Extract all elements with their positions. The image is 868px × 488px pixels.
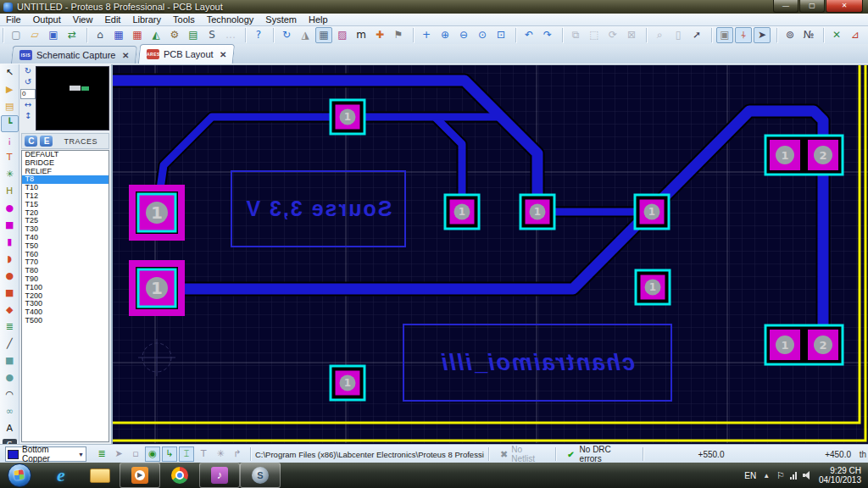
- 3d-visualizer-icon[interactable]: ◭: [147, 27, 164, 43]
- arc-2d-tool[interactable]: ◠: [1, 386, 19, 403]
- pad-pair[interactable]: [765, 136, 843, 175]
- taskbar-media-player[interactable]: ▶: [120, 463, 160, 488]
- tab-schematic-capture[interactable]: ISISSchematic Capture✕: [11, 46, 137, 64]
- taskbar-internet-explorer[interactable]: e: [42, 463, 81, 488]
- menu-technology[interactable]: Technology: [201, 14, 260, 25]
- edge-pad-tool[interactable]: ◗: [1, 251, 19, 268]
- trace-lock-icon[interactable]: ▣: [716, 27, 733, 43]
- pcb-canvas[interactable]: Sourse 3,3 Vchantraimoi_illi111111111212: [113, 65, 868, 443]
- via-tool[interactable]: ¡: [1, 132, 19, 149]
- zoom-all-icon[interactable]: ⊙: [474, 27, 491, 43]
- redraw-icon[interactable]: ↻: [278, 27, 295, 43]
- menu-file[interactable]: File: [0, 14, 27, 25]
- source-code-icon[interactable]: S: [203, 27, 220, 43]
- maximize-button[interactable]: ▢: [799, 0, 825, 13]
- route-mode-icon[interactable]: ↳: [162, 446, 177, 462]
- clock[interactable]: 9:29 CH 04/10/2013: [819, 466, 861, 485]
- pcb-editing-area[interactable]: Sourse 3,3 Vchantraimoi_illi111111111212: [113, 64, 868, 444]
- layer-selector[interactable]: Bottom Copper ▼: [5, 446, 86, 462]
- menu-edit[interactable]: Edit: [98, 14, 126, 25]
- ratsnest-mode-icon[interactable]: ✳: [213, 446, 228, 462]
- ratsnest-tool[interactable]: ✳: [1, 166, 19, 183]
- gerber-viewer-icon[interactable]: ⚙: [166, 27, 183, 43]
- rotation-angle-input[interactable]: 0: [20, 89, 36, 99]
- layer-stack-icon[interactable]: ≣: [94, 446, 109, 462]
- menu-help[interactable]: Help: [303, 14, 334, 25]
- tab-close-icon[interactable]: ✕: [121, 51, 128, 60]
- volume-icon[interactable]: [803, 471, 812, 480]
- silkscreen-label-mirrored[interactable]: chantraimoi_illi: [440, 350, 635, 375]
- import-icon[interactable]: ⇄: [64, 27, 81, 43]
- box-2d-tool[interactable]: ■: [1, 352, 19, 369]
- action-center-icon[interactable]: ⚐: [776, 470, 785, 481]
- poly-smd-pad-tool[interactable]: ◆: [1, 302, 19, 319]
- auto-route-icon[interactable]: ⍭: [735, 27, 752, 43]
- padstack-tool[interactable]: ≣: [1, 319, 19, 336]
- connectivity-tool[interactable]: H: [1, 183, 19, 200]
- silkscreen-label-mirrored[interactable]: Sourse 3,3 V: [244, 197, 392, 220]
- arrow-mode-icon[interactable]: ➤: [111, 446, 126, 462]
- layers-dialog-icon[interactable]: ◮: [297, 27, 314, 43]
- search-tag-icon[interactable]: ⌕: [651, 27, 668, 43]
- network-icon[interactable]: [790, 472, 798, 480]
- drc-status[interactable]: No DRC errors: [580, 445, 631, 463]
- menu-library[interactable]: Library: [126, 14, 167, 25]
- undo-icon[interactable]: ↶: [520, 27, 537, 43]
- circle-smd-pad-tool[interactable]: ●: [1, 268, 19, 285]
- tab-pcb-layout[interactable]: ARESPCB Layout✕: [138, 44, 236, 64]
- zoom-area-icon[interactable]: ⊡: [492, 27, 509, 43]
- annotate-icon[interactable]: №: [800, 27, 817, 43]
- menu-system[interactable]: System: [259, 14, 303, 25]
- branch-mode-icon[interactable]: ↱: [230, 446, 245, 462]
- open-folder-icon[interactable]: ▱: [26, 27, 43, 43]
- minimize-button[interactable]: —: [773, 0, 798, 13]
- goto-flag-icon[interactable]: ⚑: [390, 27, 407, 43]
- text-mode-icon[interactable]: T: [196, 446, 211, 462]
- trace-style-t500[interactable]: T500: [22, 317, 108, 325]
- show-hidden-icons[interactable]: ▲: [763, 472, 770, 480]
- block-delete-icon[interactable]: ⊠: [623, 27, 640, 43]
- mirror-vertical-icon[interactable]: ↕: [21, 111, 34, 122]
- netlist-transfer-icon[interactable]: ✕: [828, 27, 845, 43]
- zoom-in-icon[interactable]: ⊕: [437, 27, 453, 43]
- path-2d-tool[interactable]: ∞: [1, 403, 19, 420]
- search-icon[interactable]: ⊚: [782, 27, 798, 43]
- metric-icon[interactable]: m: [353, 27, 370, 43]
- square-pad-tool[interactable]: ■: [1, 217, 19, 234]
- component-tool[interactable]: ▶: [1, 81, 19, 98]
- save-icon[interactable]: ▣: [45, 27, 62, 43]
- pad-pair[interactable]: [765, 325, 843, 364]
- taskbar-proteus[interactable]: S: [240, 463, 281, 488]
- redo-icon[interactable]: ↷: [539, 27, 556, 43]
- route-select-icon[interactable]: ➤: [754, 27, 771, 43]
- tab-close-icon[interactable]: ✕: [220, 50, 226, 59]
- trace-tool[interactable]: ┗: [1, 115, 19, 132]
- home-icon[interactable]: ⌂: [92, 27, 108, 43]
- track-mode-icon[interactable]: ⌶: [179, 446, 194, 462]
- language-indicator[interactable]: EN: [744, 471, 756, 480]
- grid-toggle-icon[interactable]: ▦: [315, 27, 332, 43]
- help-icon[interactable]: ?: [250, 27, 267, 43]
- create-button[interactable]: C: [25, 136, 37, 147]
- new-document-icon[interactable]: ▢: [8, 27, 25, 43]
- layer-colors-icon[interactable]: ▨: [334, 27, 351, 43]
- menu-tools[interactable]: Tools: [167, 14, 201, 25]
- drc-ruler-icon[interactable]: ⊿: [847, 27, 864, 43]
- line-2d-tool[interactable]: ╱: [1, 336, 19, 352]
- menu-output[interactable]: Output: [27, 14, 67, 25]
- edit-button[interactable]: E: [40, 136, 53, 147]
- selection-tool[interactable]: ↖: [1, 64, 19, 81]
- start-button[interactable]: [8, 463, 31, 487]
- pick-tool-icon[interactable]: ➚: [688, 27, 705, 43]
- text-2d-tool[interactable]: A: [1, 420, 19, 437]
- schematic-capture-icon[interactable]: ▦: [110, 27, 127, 43]
- dil-pad-tool[interactable]: ▮: [1, 234, 19, 251]
- design-explorer-icon[interactable]: ▤: [185, 27, 202, 43]
- rotate-cw-icon[interactable]: ↻: [21, 66, 34, 77]
- zoom-out-icon[interactable]: ⊖: [455, 27, 472, 43]
- pan-icon[interactable]: +: [418, 27, 435, 43]
- pad-mode-icon[interactable]: ▫: [128, 446, 143, 462]
- tidy-icon[interactable]: ▯: [670, 27, 687, 43]
- trace-style-relief[interactable]: RELIEF: [22, 168, 108, 176]
- circle-2d-tool[interactable]: ●: [1, 369, 19, 386]
